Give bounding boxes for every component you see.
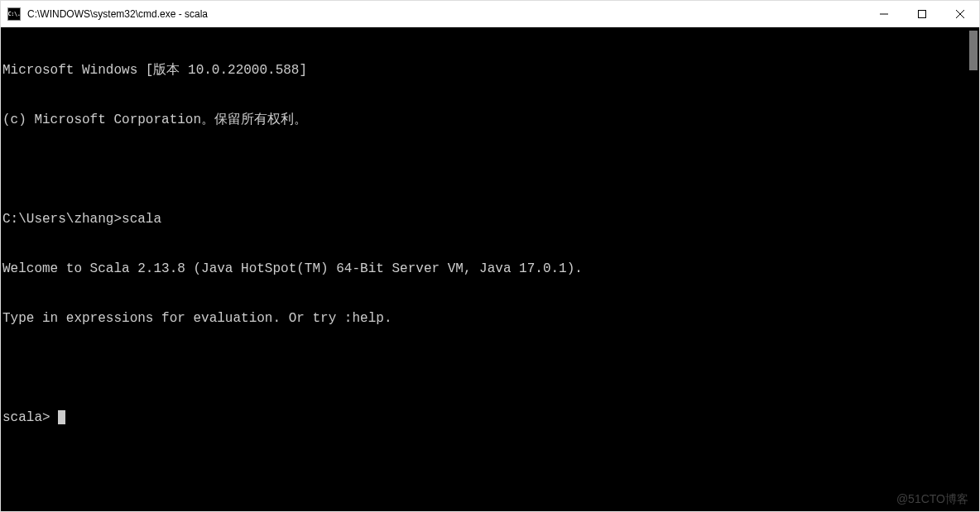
terminal-line: Microsoft Windows [版本 10.0.22000.588] (2, 62, 968, 79)
terminal-line: C:\Users\zhang>scala (2, 211, 968, 227)
cursor (58, 410, 65, 424)
minimize-button[interactable] (865, 1, 903, 27)
window-title: C:\WINDOWS\system32\cmd.exe - scala (27, 8, 208, 20)
terminal-line (2, 161, 968, 178)
terminal-line: Welcome to Scala 2.13.8 (Java HotSpot(TM… (2, 261, 968, 277)
terminal-line (2, 360, 968, 376)
cmd-icon: C:\. (7, 7, 21, 21)
terminal[interactable]: Microsoft Windows [版本 10.0.22000.588] (c… (1, 27, 968, 511)
terminal-line: Type in expressions for evaluation. Or t… (2, 310, 968, 327)
minimize-icon (880, 10, 888, 18)
close-button[interactable] (941, 1, 979, 27)
maximize-button[interactable] (903, 1, 941, 27)
window: C:\. C:\WINDOWS\system32\cmd.exe - scala (0, 0, 980, 512)
scrollbar-thumb[interactable] (969, 31, 978, 70)
window-controls (865, 1, 979, 27)
terminal-line: (c) Microsoft Corporation。保留所有权利。 (2, 112, 968, 128)
scala-prompt: scala> (2, 410, 58, 425)
titlebar-left: C:\. C:\WINDOWS\system32\cmd.exe - scala (7, 7, 208, 21)
terminal-prompt-line: scala> (2, 409, 968, 426)
svg-rect-1 (919, 11, 926, 18)
terminal-container: Microsoft Windows [版本 10.0.22000.588] (c… (1, 27, 979, 511)
scrollbar[interactable] (968, 27, 979, 511)
maximize-icon (918, 10, 926, 18)
close-icon (956, 10, 964, 18)
titlebar[interactable]: C:\. C:\WINDOWS\system32\cmd.exe - scala (1, 1, 979, 27)
